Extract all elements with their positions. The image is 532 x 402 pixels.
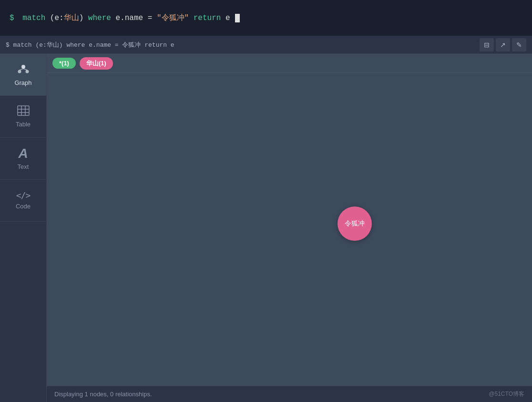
cursor [235, 14, 240, 22]
sidebar-graph-label: Graph [14, 79, 31, 86]
svg-point-2 [25, 70, 29, 73]
svg-line-4 [23, 69, 27, 70]
graph-canvas[interactable]: 令狐冲 [47, 73, 532, 386]
command-display: $ match (e:华山) where e.name = "令狐冲" retu… [10, 13, 240, 23]
sidebar-item-text[interactable]: A Text [0, 138, 46, 180]
sidebar-table-label: Table [16, 121, 31, 128]
graph-icon [17, 63, 30, 76]
svg-rect-5 [18, 106, 29, 115]
node-label: 华山 [64, 14, 79, 22]
code-icon: </> [16, 191, 31, 200]
sidebar-item-code[interactable]: </> Code [0, 180, 46, 222]
text-icon: A [18, 147, 28, 160]
svg-point-1 [18, 70, 21, 73]
status-text: Displaying 1 nodes, 0 relationships. [54, 391, 152, 398]
secondary-command: $ match (e:华山) where e.name = 令狐冲 return… [6, 41, 480, 49]
tag-star[interactable]: *(1) [52, 58, 76, 69]
watermark: @51CTO博客 [489, 390, 524, 398]
node-linghu-chong[interactable]: 令狐冲 [338, 206, 372, 241]
tag-bar: *(1) 华山(1) [47, 54, 532, 73]
dollar-sign: $ [10, 14, 14, 22]
tag-name[interactable]: 华山(1) [80, 57, 113, 70]
database-icon-btn[interactable]: ⊟ [480, 38, 494, 52]
keyword-match: match [22, 14, 45, 22]
status-bar: Displaying 1 nodes, 0 relationships. @51… [47, 386, 532, 402]
sidebar: Graph Table A Text </> Code [0, 54, 47, 402]
toolbar-icons: ⊟ ↗ ✎ [480, 38, 526, 52]
sidebar-text-label: Text [18, 163, 29, 170]
edit-icon-btn[interactable]: ✎ [512, 38, 526, 52]
sidebar-code-label: Code [16, 203, 31, 210]
node-label: 令狐冲 [345, 219, 365, 228]
top-command-bar: $ match (e:华山) where e.name = "令狐冲" retu… [0, 0, 532, 36]
main-layout: Graph Table A Text </> Code [0, 54, 532, 402]
expand-icon-btn[interactable]: ↗ [496, 38, 510, 52]
svg-line-3 [20, 69, 23, 70]
sidebar-item-table[interactable]: Table [0, 96, 46, 138]
svg-point-0 [21, 65, 25, 69]
sidebar-item-graph[interactable]: Graph [0, 54, 46, 96]
paren-open: (e: [50, 14, 64, 22]
secondary-bar: $ match (e:华山) where e.name = 令狐冲 return… [0, 36, 532, 54]
table-icon [17, 105, 30, 118]
content-area: *(1) 华山(1) 令狐冲 Displaying 1 nodes, 0 rel… [47, 54, 532, 402]
